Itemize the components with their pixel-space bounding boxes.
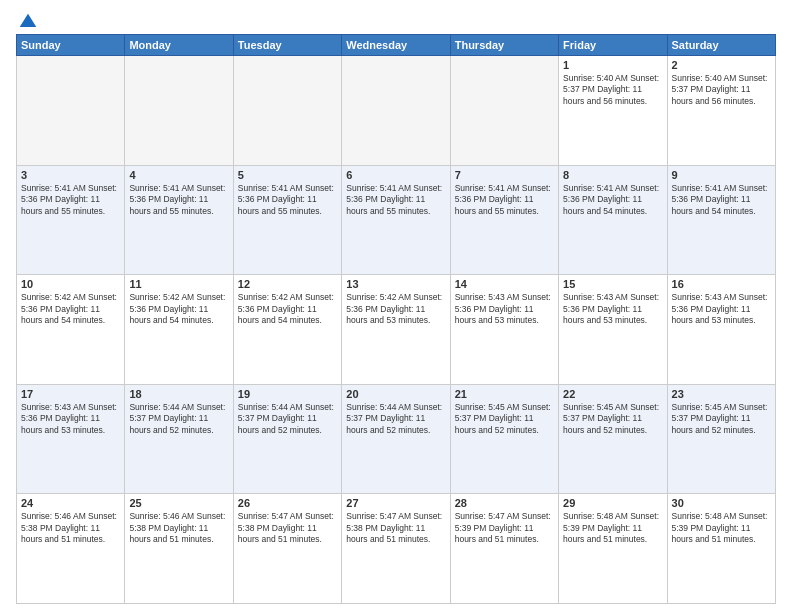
week-row-1: 1Sunrise: 5:40 AM Sunset: 5:37 PM Daylig… [17, 56, 776, 166]
calendar-cell: 10Sunrise: 5:42 AM Sunset: 5:36 PM Dayli… [17, 275, 125, 385]
day-number: 2 [672, 59, 771, 71]
calendar-cell: 11Sunrise: 5:42 AM Sunset: 5:36 PM Dayli… [125, 275, 233, 385]
calendar-cell: 6Sunrise: 5:41 AM Sunset: 5:36 PM Daylig… [342, 165, 450, 275]
page: SundayMondayTuesdayWednesdayThursdayFrid… [0, 0, 792, 612]
calendar-cell: 2Sunrise: 5:40 AM Sunset: 5:37 PM Daylig… [667, 56, 775, 166]
calendar-cell: 26Sunrise: 5:47 AM Sunset: 5:38 PM Dayli… [233, 494, 341, 604]
day-info: Sunrise: 5:41 AM Sunset: 5:36 PM Dayligh… [21, 183, 120, 217]
calendar-cell: 13Sunrise: 5:42 AM Sunset: 5:36 PM Dayli… [342, 275, 450, 385]
logo-icon [18, 12, 38, 32]
calendar-cell: 23Sunrise: 5:45 AM Sunset: 5:37 PM Dayli… [667, 384, 775, 494]
week-row-2: 3Sunrise: 5:41 AM Sunset: 5:36 PM Daylig… [17, 165, 776, 275]
day-number: 24 [21, 497, 120, 509]
day-info: Sunrise: 5:43 AM Sunset: 5:36 PM Dayligh… [455, 292, 554, 326]
day-info: Sunrise: 5:46 AM Sunset: 5:38 PM Dayligh… [21, 511, 120, 545]
day-info: Sunrise: 5:44 AM Sunset: 5:37 PM Dayligh… [346, 402, 445, 436]
weekday-header-row: SundayMondayTuesdayWednesdayThursdayFrid… [17, 35, 776, 56]
day-number: 13 [346, 278, 445, 290]
day-number: 10 [21, 278, 120, 290]
calendar-cell: 28Sunrise: 5:47 AM Sunset: 5:39 PM Dayli… [450, 494, 558, 604]
week-row-3: 10Sunrise: 5:42 AM Sunset: 5:36 PM Dayli… [17, 275, 776, 385]
weekday-header-tuesday: Tuesday [233, 35, 341, 56]
day-info: Sunrise: 5:45 AM Sunset: 5:37 PM Dayligh… [672, 402, 771, 436]
calendar-cell: 24Sunrise: 5:46 AM Sunset: 5:38 PM Dayli… [17, 494, 125, 604]
day-number: 11 [129, 278, 228, 290]
day-number: 22 [563, 388, 662, 400]
calendar-cell [342, 56, 450, 166]
calendar-cell: 19Sunrise: 5:44 AM Sunset: 5:37 PM Dayli… [233, 384, 341, 494]
calendar-cell: 4Sunrise: 5:41 AM Sunset: 5:36 PM Daylig… [125, 165, 233, 275]
day-info: Sunrise: 5:40 AM Sunset: 5:37 PM Dayligh… [563, 73, 662, 107]
calendar-cell: 20Sunrise: 5:44 AM Sunset: 5:37 PM Dayli… [342, 384, 450, 494]
day-number: 30 [672, 497, 771, 509]
day-info: Sunrise: 5:42 AM Sunset: 5:36 PM Dayligh… [346, 292, 445, 326]
day-number: 26 [238, 497, 337, 509]
weekday-header-saturday: Saturday [667, 35, 775, 56]
calendar-cell: 22Sunrise: 5:45 AM Sunset: 5:37 PM Dayli… [559, 384, 667, 494]
header [16, 12, 776, 28]
calendar-cell: 14Sunrise: 5:43 AM Sunset: 5:36 PM Dayli… [450, 275, 558, 385]
day-number: 8 [563, 169, 662, 181]
day-number: 14 [455, 278, 554, 290]
weekday-header-sunday: Sunday [17, 35, 125, 56]
calendar-cell: 1Sunrise: 5:40 AM Sunset: 5:37 PM Daylig… [559, 56, 667, 166]
day-info: Sunrise: 5:43 AM Sunset: 5:36 PM Dayligh… [563, 292, 662, 326]
day-info: Sunrise: 5:47 AM Sunset: 5:39 PM Dayligh… [455, 511, 554, 545]
day-number: 16 [672, 278, 771, 290]
day-info: Sunrise: 5:43 AM Sunset: 5:36 PM Dayligh… [21, 402, 120, 436]
day-info: Sunrise: 5:44 AM Sunset: 5:37 PM Dayligh… [129, 402, 228, 436]
day-number: 28 [455, 497, 554, 509]
calendar-cell: 16Sunrise: 5:43 AM Sunset: 5:36 PM Dayli… [667, 275, 775, 385]
day-info: Sunrise: 5:42 AM Sunset: 5:36 PM Dayligh… [238, 292, 337, 326]
day-number: 9 [672, 169, 771, 181]
day-info: Sunrise: 5:40 AM Sunset: 5:37 PM Dayligh… [672, 73, 771, 107]
calendar-cell: 15Sunrise: 5:43 AM Sunset: 5:36 PM Dayli… [559, 275, 667, 385]
calendar-cell: 30Sunrise: 5:48 AM Sunset: 5:39 PM Dayli… [667, 494, 775, 604]
day-info: Sunrise: 5:41 AM Sunset: 5:36 PM Dayligh… [238, 183, 337, 217]
day-number: 20 [346, 388, 445, 400]
day-info: Sunrise: 5:41 AM Sunset: 5:36 PM Dayligh… [563, 183, 662, 217]
calendar-cell [125, 56, 233, 166]
day-info: Sunrise: 5:43 AM Sunset: 5:36 PM Dayligh… [672, 292, 771, 326]
weekday-header-monday: Monday [125, 35, 233, 56]
calendar-cell: 7Sunrise: 5:41 AM Sunset: 5:36 PM Daylig… [450, 165, 558, 275]
day-number: 4 [129, 169, 228, 181]
logo [16, 12, 38, 28]
weekday-header-wednesday: Wednesday [342, 35, 450, 56]
calendar-cell: 5Sunrise: 5:41 AM Sunset: 5:36 PM Daylig… [233, 165, 341, 275]
day-number: 17 [21, 388, 120, 400]
calendar-cell: 9Sunrise: 5:41 AM Sunset: 5:36 PM Daylig… [667, 165, 775, 275]
weekday-header-friday: Friday [559, 35, 667, 56]
day-info: Sunrise: 5:48 AM Sunset: 5:39 PM Dayligh… [672, 511, 771, 545]
calendar-cell: 17Sunrise: 5:43 AM Sunset: 5:36 PM Dayli… [17, 384, 125, 494]
calendar-cell [233, 56, 341, 166]
svg-marker-0 [20, 14, 37, 27]
day-info: Sunrise: 5:47 AM Sunset: 5:38 PM Dayligh… [346, 511, 445, 545]
calendar-cell: 27Sunrise: 5:47 AM Sunset: 5:38 PM Dayli… [342, 494, 450, 604]
day-number: 5 [238, 169, 337, 181]
weekday-header-thursday: Thursday [450, 35, 558, 56]
day-info: Sunrise: 5:48 AM Sunset: 5:39 PM Dayligh… [563, 511, 662, 545]
day-number: 29 [563, 497, 662, 509]
day-number: 7 [455, 169, 554, 181]
day-number: 15 [563, 278, 662, 290]
day-info: Sunrise: 5:41 AM Sunset: 5:36 PM Dayligh… [672, 183, 771, 217]
calendar-cell [450, 56, 558, 166]
calendar-cell: 18Sunrise: 5:44 AM Sunset: 5:37 PM Dayli… [125, 384, 233, 494]
calendar-cell: 12Sunrise: 5:42 AM Sunset: 5:36 PM Dayli… [233, 275, 341, 385]
calendar-cell: 25Sunrise: 5:46 AM Sunset: 5:38 PM Dayli… [125, 494, 233, 604]
calendar-cell: 3Sunrise: 5:41 AM Sunset: 5:36 PM Daylig… [17, 165, 125, 275]
day-number: 12 [238, 278, 337, 290]
week-row-4: 17Sunrise: 5:43 AM Sunset: 5:36 PM Dayli… [17, 384, 776, 494]
day-info: Sunrise: 5:46 AM Sunset: 5:38 PM Dayligh… [129, 511, 228, 545]
day-info: Sunrise: 5:41 AM Sunset: 5:36 PM Dayligh… [129, 183, 228, 217]
day-info: Sunrise: 5:41 AM Sunset: 5:36 PM Dayligh… [455, 183, 554, 217]
day-number: 19 [238, 388, 337, 400]
week-row-5: 24Sunrise: 5:46 AM Sunset: 5:38 PM Dayli… [17, 494, 776, 604]
day-info: Sunrise: 5:45 AM Sunset: 5:37 PM Dayligh… [455, 402, 554, 436]
day-number: 23 [672, 388, 771, 400]
calendar-cell: 8Sunrise: 5:41 AM Sunset: 5:36 PM Daylig… [559, 165, 667, 275]
day-number: 21 [455, 388, 554, 400]
day-number: 27 [346, 497, 445, 509]
day-info: Sunrise: 5:47 AM Sunset: 5:38 PM Dayligh… [238, 511, 337, 545]
